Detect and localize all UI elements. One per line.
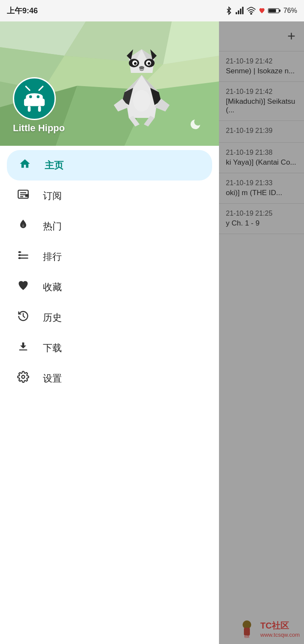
nav-label-history: 历史 (43, 311, 62, 324)
nav-item-home[interactable]: 主页 (7, 150, 212, 181)
svg-line-45 (26, 87, 30, 90)
download-icon (15, 340, 31, 355)
battery-icon (268, 7, 281, 15)
overlay[interactable] (219, 21, 304, 644)
right-panel: + 21-10-19 21:42 Senme) | Isokaze n... 2… (219, 21, 304, 644)
avatar[interactable] (13, 77, 56, 120)
svg-point-64 (19, 257, 21, 259)
drawer-header: Little Hippo (0, 21, 219, 146)
night-mode-icon[interactable] (189, 118, 202, 134)
svg-rect-7 (269, 9, 276, 12)
svg-point-4 (251, 13, 252, 15)
bluetooth-icon (225, 6, 233, 15)
status-bar: 上午9:46 76% (0, 0, 304, 21)
nav-label-subscribe: 订阅 (43, 190, 62, 202)
main-layout: Little Hippo 主页 (0, 21, 304, 644)
heart-indicator-icon (258, 7, 265, 14)
ranking-icon (15, 249, 31, 264)
nav-item-settings[interactable]: 设置 (0, 363, 219, 394)
android-icon (19, 84, 49, 114)
svg-point-39 (139, 66, 144, 69)
nav-item-subscribe[interactable]: EH 订阅 (0, 181, 219, 211)
svg-rect-1 (238, 10, 239, 14)
drawer: Little Hippo 主页 (0, 21, 219, 644)
svg-text:EH: EH (26, 195, 29, 197)
nav-label-ranking: 排行 (43, 250, 62, 263)
drawer-username: Little Hippo (13, 123, 65, 134)
history-icon (15, 310, 31, 325)
nav-label-hot: 热门 (43, 220, 62, 233)
nav-item-download[interactable]: 下载 (0, 333, 219, 363)
svg-rect-0 (236, 12, 237, 14)
svg-point-38 (148, 62, 150, 65)
svg-point-47 (29, 95, 32, 98)
svg-rect-52 (38, 106, 41, 112)
signal-icon (235, 6, 244, 15)
svg-point-48 (36, 95, 40, 98)
svg-point-62 (19, 251, 21, 253)
nav-label-home: 主页 (45, 159, 64, 172)
svg-point-44 (133, 90, 150, 111)
svg-point-66 (22, 376, 25, 379)
svg-line-46 (39, 87, 43, 90)
svg-rect-3 (242, 7, 243, 15)
svg-rect-50 (41, 99, 45, 106)
nav-item-ranking[interactable]: 排行 (0, 241, 219, 272)
svg-rect-65 (19, 349, 27, 350)
status-icons: 76% (225, 6, 297, 15)
nav-item-history[interactable]: 历史 (0, 302, 219, 333)
favorites-icon (15, 280, 31, 295)
nav-label-settings: 设置 (43, 372, 62, 385)
svg-point-37 (134, 62, 137, 65)
nav-label-download: 下载 (43, 342, 62, 355)
subscribe-icon: EH (15, 188, 31, 203)
battery-percentage: 76% (283, 7, 297, 15)
wifi-icon (246, 7, 256, 15)
nav-item-favorites[interactable]: 收藏 (0, 272, 219, 302)
nav-item-hot[interactable]: 热门 (0, 211, 219, 241)
settings-icon (15, 371, 31, 386)
svg-rect-51 (28, 106, 31, 112)
nav-menu: 主页 EH 订阅 (0, 146, 219, 644)
svg-rect-2 (240, 9, 241, 14)
svg-rect-6 (279, 10, 280, 12)
hot-icon (15, 219, 31, 234)
svg-rect-49 (24, 99, 28, 106)
nav-label-favorites: 收藏 (43, 281, 62, 294)
svg-point-63 (19, 254, 21, 256)
status-time: 上午9:46 (7, 6, 38, 16)
home-icon (17, 158, 33, 173)
